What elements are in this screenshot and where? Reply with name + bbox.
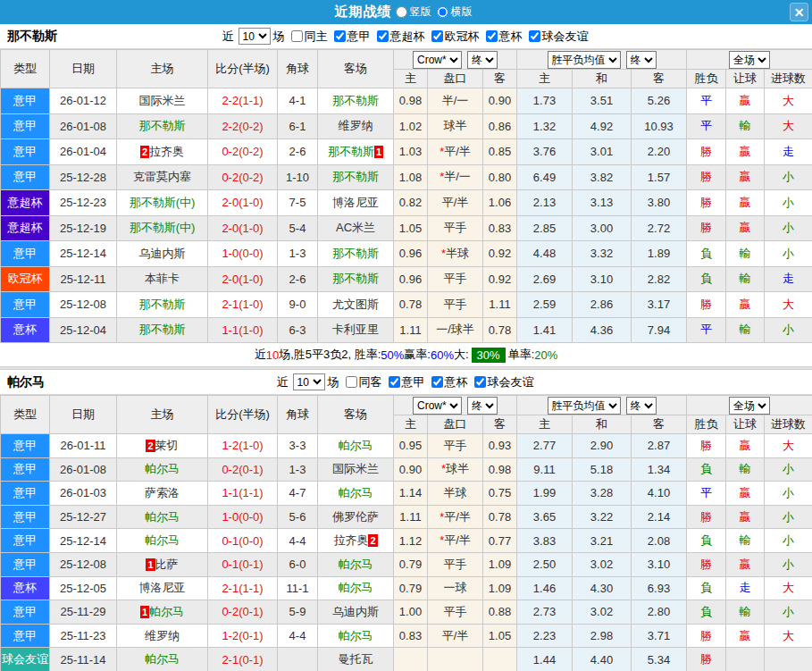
league-checkbox[interactable]: [529, 30, 540, 42]
league-filter-option[interactable]: 意杯: [486, 29, 523, 45]
same-venue-option[interactable]: 同主: [291, 29, 328, 45]
handicap-cell: *平/半: [428, 505, 483, 529]
halftime-score: (0-0): [239, 510, 263, 524]
type-cell: 意甲: [1, 292, 50, 318]
win-odds-cell: 1.46: [517, 576, 573, 600]
goals-cell: 小: [765, 317, 812, 343]
fulltime-select[interactable]: 全场: [729, 397, 770, 415]
layout-radio-0[interactable]: [396, 6, 407, 18]
team-label: 那不勒斯: [328, 145, 374, 158]
column-header: 角球: [278, 396, 318, 434]
final-avg-select[interactable]: 终: [626, 51, 657, 69]
avg-odds-select[interactable]: 胜平负均值: [548, 51, 621, 69]
score-cell: 1-0(0-0): [208, 241, 278, 267]
red-card-badge: 1: [374, 146, 383, 158]
handicap-cell: 半球: [428, 482, 483, 506]
league-filter-option[interactable]: 欧冠杯: [431, 29, 480, 45]
sub-column-header: 进球数: [765, 415, 812, 434]
league-checkbox[interactable]: [431, 30, 443, 42]
layout-radio-1[interactable]: [437, 6, 448, 18]
type-cell: 意甲: [1, 552, 50, 576]
match-count-select[interactable]: 10: [239, 28, 271, 45]
lose-odds-cell: 5.34: [632, 648, 687, 671]
lose-odds-cell: 5.26: [632, 88, 687, 114]
goals-cell: 走: [765, 266, 812, 292]
fulltime-score: 2-1: [222, 298, 239, 311]
handicap-result-cell: 走: [726, 576, 765, 600]
date-cell: 26-01-08: [50, 113, 117, 139]
table-row: 意甲25-11-291帕尔马0-2(0-1)5-9乌迪内斯1.00平手0.882…: [1, 600, 812, 625]
layout-option[interactable]: 竖版: [396, 4, 431, 20]
date-cell: 26-01-04: [50, 139, 117, 165]
league-filter-option[interactable]: 球会友谊: [529, 29, 589, 45]
layout-option[interactable]: 横版: [437, 4, 473, 20]
handicap-label: 一球: [444, 581, 467, 594]
league-checkbox[interactable]: [377, 30, 389, 42]
odds-source-select[interactable]: Crow*: [413, 397, 462, 415]
date-cell: 25-11-14: [50, 648, 117, 671]
handicap-cell: 平/半: [428, 624, 483, 648]
home-cell: 那不勒斯: [117, 317, 208, 343]
avg-odds-select[interactable]: 胜平负均值: [548, 397, 621, 415]
final-avg-select[interactable]: 终: [626, 397, 657, 415]
league-filter-option[interactable]: 球会友谊: [474, 374, 534, 390]
result-cell: 勝: [687, 292, 726, 318]
team-label: 帕尔马: [339, 439, 373, 452]
league-filter-option[interactable]: 意超杯: [377, 29, 425, 45]
close-button[interactable]: ✕: [790, 3, 808, 21]
same-venue-option[interactable]: 同客: [346, 374, 382, 390]
handicap-label: 平/半: [442, 629, 469, 642]
home-cell: 本菲卡: [117, 266, 208, 292]
column-header: 日期: [50, 50, 117, 88]
final-odds-select[interactable]: 终: [467, 51, 498, 69]
home-odds-cell: 1.02: [394, 113, 428, 139]
home-odds-cell: 0.90: [394, 457, 428, 482]
away-odds-cell: 1.06: [483, 190, 517, 216]
final-odds-select[interactable]: 终: [467, 397, 498, 415]
score-cell: 2-1(1-1): [208, 576, 278, 600]
team-label: 萨索洛: [145, 486, 180, 499]
team-label: AC米兰: [336, 221, 375, 234]
team-label: 那不勒斯: [332, 247, 379, 260]
win-odds-cell: 1.32: [517, 113, 573, 139]
halftime-score: (0-0): [239, 534, 263, 548]
league-checkbox[interactable]: [486, 30, 498, 42]
league-filter-option[interactable]: 意杯: [431, 374, 468, 390]
league-filter-option[interactable]: 意甲: [389, 374, 425, 390]
type-cell: 意甲: [1, 600, 50, 625]
fulltime-select[interactable]: 全场: [729, 51, 770, 69]
fulltime-score: 0-2: [222, 463, 239, 476]
win-odds-cell: 2.23: [517, 624, 573, 648]
league-label: 意超杯: [390, 29, 425, 45]
result-cell: 勝: [687, 624, 726, 648]
team-label: 本菲卡: [145, 272, 180, 285]
league-checkbox[interactable]: [334, 30, 346, 42]
league-filter-option[interactable]: 意甲: [334, 29, 371, 45]
column-header: 比分(半场): [208, 50, 278, 88]
home-cell: 帕尔马: [117, 529, 208, 553]
same-venue-checkbox[interactable]: [291, 30, 303, 42]
odds-source-select[interactable]: Crow*: [413, 51, 462, 69]
away-cell: 尤文图斯: [318, 292, 394, 318]
league-checkbox[interactable]: [431, 376, 443, 388]
match-count-select[interactable]: 10: [293, 373, 325, 390]
corner-cell: 2-6: [278, 266, 318, 292]
team-label: 那不勒斯: [332, 170, 379, 183]
lose-odds-cell: 1.57: [632, 164, 687, 190]
team-label: 国际米兰: [332, 462, 379, 475]
team-label: 那不勒斯: [139, 119, 186, 132]
league-checkbox[interactable]: [389, 376, 400, 388]
result-group-header: 全场: [687, 396, 812, 415]
league-checkbox[interactable]: [474, 376, 486, 388]
date-cell: 25-12-19: [50, 215, 117, 241]
games-label: 场: [273, 29, 285, 45]
league-label: 意杯: [445, 374, 468, 390]
halftime-score: (0-1): [239, 558, 263, 571]
table-row: 意甲25-12-27帕尔马1-0(0-0)5-6佛罗伦萨1.11*平/半0.78…: [1, 505, 812, 529]
goals-cell: 小: [765, 600, 812, 625]
lose-odds-cell: 7.94: [632, 317, 687, 343]
handicap-odds-group-header: Crow*终: [394, 396, 517, 415]
same-venue-checkbox[interactable]: [346, 376, 357, 388]
fulltime-score: 1-1: [222, 323, 239, 337]
date-cell: 25-12-28: [50, 164, 117, 190]
